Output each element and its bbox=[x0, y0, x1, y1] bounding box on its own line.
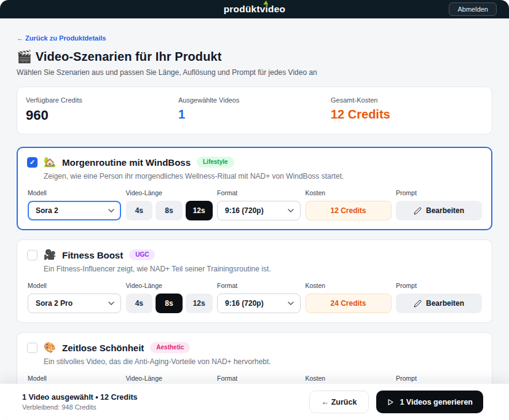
generate-videos-label: 1 Videos generieren bbox=[400, 398, 473, 406]
format-label: Format bbox=[217, 375, 301, 382]
app-window: prodüktvideo Abmelden ← Zurück zu Produk… bbox=[0, 0, 509, 420]
format-label: Format bbox=[217, 189, 301, 196]
selected-videos-label: Ausgewählte Videos bbox=[178, 96, 331, 104]
scenario-title: Zeitlose Schönheit bbox=[62, 343, 144, 353]
scenario-header: 🎨 Zeitlose Schönheit Aesthetic bbox=[27, 342, 482, 353]
back-to-product-link[interactable]: ← Zurück zu Produktdetails bbox=[17, 34, 106, 42]
length-option-12s[interactable]: 12s bbox=[186, 294, 213, 313]
format-select-value: 9:16 (720p) bbox=[225, 299, 264, 308]
movie-camera-emoji-icon: 🎥 bbox=[44, 250, 56, 260]
page-title: 🎬 Video-Szenarien für Ihr Produkt bbox=[17, 49, 492, 64]
format-select[interactable]: 9:16 (720p) bbox=[217, 294, 301, 313]
edit-prompt-button[interactable]: Bearbeiten bbox=[396, 201, 482, 220]
back-button[interactable]: ← Zurück bbox=[309, 391, 369, 413]
scenario-description: Ein Fitness-Influencer zeigt, wie NAD+ T… bbox=[44, 265, 482, 273]
model-field: Modell Sora 2 bbox=[28, 189, 121, 220]
selected-videos-value: 1 bbox=[178, 107, 331, 122]
scenario-checkbox[interactable] bbox=[27, 157, 37, 168]
prompt-field: Prompt Bearbeiten bbox=[396, 282, 482, 313]
footer-summary-block: 1 Video ausgewählt • 12 Credits Verbleib… bbox=[22, 393, 138, 411]
length-option-4s[interactable]: 4s bbox=[126, 294, 153, 313]
model-field: Modell Sora 2 Pro bbox=[28, 282, 121, 313]
prompt-field: Prompt Bearbeiten bbox=[396, 189, 482, 220]
footer-actions: ← Zurück 1 Videos generieren bbox=[309, 391, 483, 413]
prompt-label: Prompt bbox=[396, 189, 482, 196]
pencil-icon bbox=[414, 300, 422, 308]
brand-logo-text: prodüktvideo bbox=[224, 4, 286, 14]
model-select[interactable]: Sora 2 Pro bbox=[28, 294, 121, 313]
play-icon bbox=[387, 399, 394, 406]
length-label: Video-Länge bbox=[126, 189, 213, 196]
pencil-icon bbox=[414, 207, 422, 215]
length-label: Video-Länge bbox=[126, 375, 213, 382]
length-option-8s[interactable]: 8s bbox=[156, 201, 183, 220]
total-cost-block: Gesamt-Kosten 12 Credits bbox=[331, 96, 483, 123]
cost-field: Kosten 12 Credits bbox=[306, 189, 392, 220]
scenario-badge: UGC bbox=[129, 249, 155, 260]
house-emoji-icon: 🏡 bbox=[44, 157, 56, 167]
cost-label: Kosten bbox=[306, 189, 392, 196]
scenario-description: Ein stilvolles Video, das die Anti-Aging… bbox=[44, 357, 482, 366]
selected-videos-block: Ausgewählte Videos 1 bbox=[178, 96, 331, 123]
length-option-12s[interactable]: 12s bbox=[186, 201, 213, 220]
cost-label: Kosten bbox=[306, 375, 392, 382]
scenario-badge: Lifestyle bbox=[197, 157, 234, 168]
edit-prompt-label: Bearbeiten bbox=[426, 206, 464, 215]
available-credits-value: 960 bbox=[26, 107, 178, 123]
scenario-header: 🎥 Fitness Boost UGC bbox=[27, 249, 482, 260]
prompt-label: Prompt bbox=[396, 375, 482, 382]
cost-value-box: 12 Credits bbox=[306, 201, 392, 220]
chevron-down-icon bbox=[288, 209, 294, 212]
length-label: Video-Länge bbox=[126, 282, 213, 289]
model-select[interactable]: Sora 2 bbox=[28, 201, 121, 220]
prompt-label: Prompt bbox=[396, 282, 482, 289]
chevron-down-icon bbox=[108, 301, 114, 305]
model-label: Modell bbox=[28, 282, 121, 289]
scenario-description: Zeigen, wie eine Person ihr morgendliche… bbox=[44, 172, 482, 181]
cost-value-box: 24 Credits bbox=[306, 294, 392, 313]
chevron-down-icon bbox=[288, 301, 294, 305]
scenario-card-fitness-boost: 🎥 Fitness Boost UGC Ein Fitness-Influenc… bbox=[17, 239, 492, 323]
scenario-title: Morgenroutine mit WindBoss bbox=[62, 157, 191, 168]
scenario-title: Fitness Boost bbox=[62, 250, 123, 260]
scenario-checkbox[interactable] bbox=[27, 343, 37, 353]
format-select-value: 9:16 (720p) bbox=[225, 206, 264, 215]
edit-prompt-label: Bearbeiten bbox=[426, 299, 464, 308]
cost-label: Kosten bbox=[306, 282, 392, 289]
generate-videos-button[interactable]: 1 Videos generieren bbox=[376, 391, 483, 413]
credits-summary-card: Verfügbare Credits 960 Ausgewählte Video… bbox=[17, 87, 492, 134]
length-field: Video-Länge 4s 8s 12s bbox=[126, 282, 213, 313]
scenario-card-morgenroutine: 🏡 Morgenroutine mit WindBoss Lifestyle Z… bbox=[17, 147, 492, 230]
format-label: Format bbox=[217, 282, 301, 289]
cost-field: Kosten 24 Credits bbox=[306, 282, 392, 313]
scenario-checkbox[interactable] bbox=[27, 250, 37, 260]
length-button-group: 4s 8s 12s bbox=[126, 294, 213, 313]
top-navbar: prodüktvideo Abmelden bbox=[0, 0, 509, 18]
chevron-down-icon bbox=[108, 209, 114, 212]
bottom-action-bar: 1 Video ausgewählt • 12 Credits Verbleib… bbox=[0, 384, 509, 420]
format-field: Format 9:16 (720p) bbox=[217, 282, 301, 313]
total-cost-value: 12 Credits bbox=[331, 107, 483, 122]
model-label: Modell bbox=[28, 189, 121, 196]
length-option-8s[interactable]: 8s bbox=[156, 294, 183, 313]
scenario-controls: Modell Sora 2 Video-Länge 4s 8s 12s bbox=[28, 189, 482, 220]
scenario-controls: Modell Sora 2 Pro Video-Länge 4s 8s 12s bbox=[28, 282, 482, 313]
length-button-group: 4s 8s 12s bbox=[126, 201, 213, 220]
model-select-value: Sora 2 Pro bbox=[36, 299, 73, 308]
footer-selection-summary: 1 Video ausgewählt • 12 Credits bbox=[22, 393, 138, 402]
scenario-list: 🏡 Morgenroutine mit WindBoss Lifestyle Z… bbox=[17, 147, 492, 416]
scenario-header: 🏡 Morgenroutine mit WindBoss Lifestyle bbox=[27, 157, 482, 168]
format-field: Format 9:16 (720p) bbox=[217, 189, 301, 220]
footer-remaining-credits: Verbleibend: 948 Credits bbox=[22, 403, 138, 411]
format-select[interactable]: 9:16 (720p) bbox=[217, 201, 301, 220]
model-label: Modell bbox=[28, 375, 121, 382]
length-option-4s[interactable]: 4s bbox=[126, 201, 153, 220]
available-credits-block: Verfügbare Credits 960 bbox=[26, 96, 178, 123]
edit-prompt-button[interactable]: Bearbeiten bbox=[396, 294, 482, 313]
scenario-badge: Aesthetic bbox=[150, 342, 190, 353]
available-credits-label: Verfügbare Credits bbox=[26, 96, 178, 104]
logout-button[interactable]: Abmelden bbox=[449, 2, 497, 16]
total-cost-label: Gesamt-Kosten bbox=[331, 96, 483, 104]
brand-logo: prodüktvideo bbox=[224, 4, 286, 15]
palette-emoji-icon: 🎨 bbox=[44, 343, 56, 352]
